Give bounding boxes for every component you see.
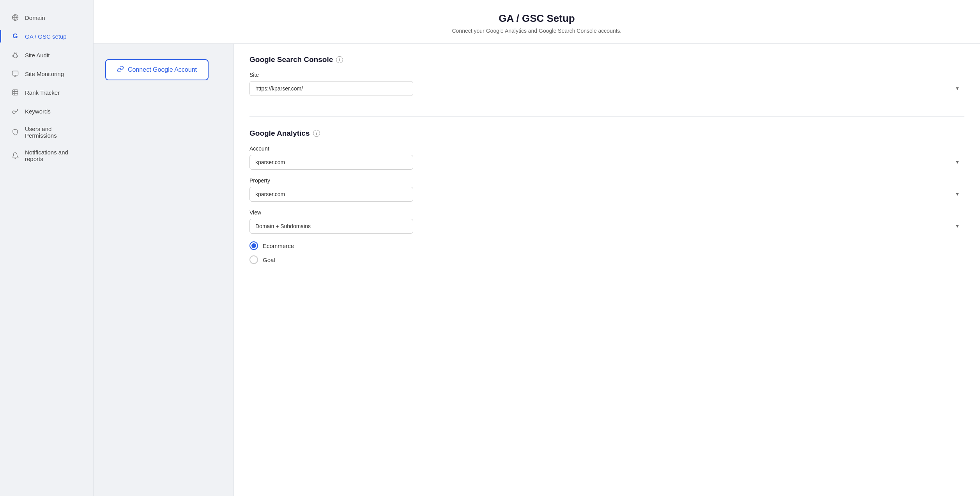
sidebar-item-label: Users and Permissions xyxy=(25,126,82,139)
sidebar-item-label: Site Monitoring xyxy=(25,71,64,77)
sidebar-item-site-audit[interactable]: Site Audit xyxy=(3,46,90,64)
ga-property-select[interactable]: kparser.com xyxy=(249,187,413,202)
bug-icon xyxy=(11,51,19,59)
ga-view-select[interactable]: Domain + Subdomains Domain only xyxy=(249,219,413,234)
gsc-site-select[interactable]: https://kparser.com/ xyxy=(249,81,413,96)
ga-view-label: View xyxy=(249,209,964,216)
sidebar-item-label: GA / GSC setup xyxy=(25,33,67,40)
content-area: Connect Google Account Google Search Con… xyxy=(94,44,980,496)
sidebar: Domain G GA / GSC setup Site Audit Site … xyxy=(0,0,94,496)
sidebar-item-ga-gsc-setup[interactable]: G GA / GSC setup xyxy=(3,27,90,45)
page-header: GA / GSC Setup Connect your Google Analy… xyxy=(94,0,980,44)
main-content: GA / GSC Setup Connect your Google Analy… xyxy=(94,0,980,496)
page-subtitle: Connect your Google Analytics and Google… xyxy=(109,28,964,34)
chevron-down-icon: ▼ xyxy=(955,159,960,165)
google-g-icon: G xyxy=(11,32,19,41)
ga-account-select[interactable]: kparser.com xyxy=(249,155,413,170)
ga-property-select-wrapper: kparser.com ▼ xyxy=(249,187,964,202)
chevron-down-icon: ▼ xyxy=(955,86,960,91)
ga-property-label: Property xyxy=(249,177,964,184)
key-icon xyxy=(11,107,19,115)
radio-ecommerce-inner xyxy=(251,243,256,248)
rank-icon xyxy=(11,88,19,97)
radio-ecommerce-label: Ecommerce xyxy=(263,243,294,249)
gsc-info-icon[interactable]: i xyxy=(336,56,343,63)
shield-icon xyxy=(11,128,19,136)
monitor-icon xyxy=(11,69,19,78)
ga-radio-group: Ecommerce Goal xyxy=(249,241,964,264)
ga-section: Google Analytics i Account kparser.com ▼… xyxy=(249,129,964,276)
sidebar-item-label: Site Audit xyxy=(25,52,50,58)
chevron-down-icon: ▼ xyxy=(955,191,960,197)
sidebar-item-label: Notifications and reports xyxy=(25,149,82,162)
ga-view-select-wrapper: Domain + Subdomains Domain only ▼ xyxy=(249,219,964,234)
connect-google-account-button[interactable]: Connect Google Account xyxy=(105,59,209,80)
right-panel: Google Search Console i Site https://kpa… xyxy=(234,44,980,496)
radio-ecommerce-outer xyxy=(249,241,258,250)
svg-rect-2 xyxy=(12,71,18,75)
gsc-section-title: Google Search Console i xyxy=(249,55,964,64)
gsc-site-select-wrapper: https://kparser.com/ ▼ xyxy=(249,81,964,96)
connect-button-label: Connect Google Account xyxy=(128,66,197,73)
radio-ecommerce[interactable]: Ecommerce xyxy=(249,241,964,250)
page-title: GA / GSC Setup xyxy=(109,12,964,25)
bell-icon xyxy=(11,151,19,160)
svg-line-10 xyxy=(17,109,18,110)
sidebar-item-label: Rank Tracker xyxy=(25,89,60,96)
svg-rect-5 xyxy=(12,90,18,95)
sidebar-item-notifications[interactable]: Notifications and reports xyxy=(3,144,90,167)
ga-account-select-wrapper: kparser.com ▼ xyxy=(249,155,964,170)
radio-goal-outer xyxy=(249,255,258,264)
gsc-section: Google Search Console i Site https://kpa… xyxy=(249,55,964,117)
sidebar-item-site-monitoring[interactable]: Site Monitoring xyxy=(3,65,90,83)
sidebar-item-keywords[interactable]: Keywords xyxy=(3,102,90,120)
chevron-down-icon: ▼ xyxy=(955,223,960,229)
ga-account-label: Account xyxy=(249,145,964,152)
sidebar-item-rank-tracker[interactable]: Rank Tracker xyxy=(3,83,90,101)
link-icon xyxy=(117,66,124,74)
gsc-site-label: Site xyxy=(249,72,964,78)
globe-icon xyxy=(11,13,19,22)
sidebar-item-label: Domain xyxy=(25,14,45,21)
sidebar-item-users-permissions[interactable]: Users and Permissions xyxy=(3,121,90,143)
radio-goal[interactable]: Goal xyxy=(249,255,964,264)
sidebar-item-domain[interactable]: Domain xyxy=(3,9,90,27)
radio-goal-label: Goal xyxy=(263,257,275,263)
ga-section-title: Google Analytics i xyxy=(249,129,964,138)
ga-info-icon[interactable]: i xyxy=(313,130,320,137)
left-panel: Connect Google Account xyxy=(94,44,234,496)
sidebar-item-label: Keywords xyxy=(25,108,51,115)
